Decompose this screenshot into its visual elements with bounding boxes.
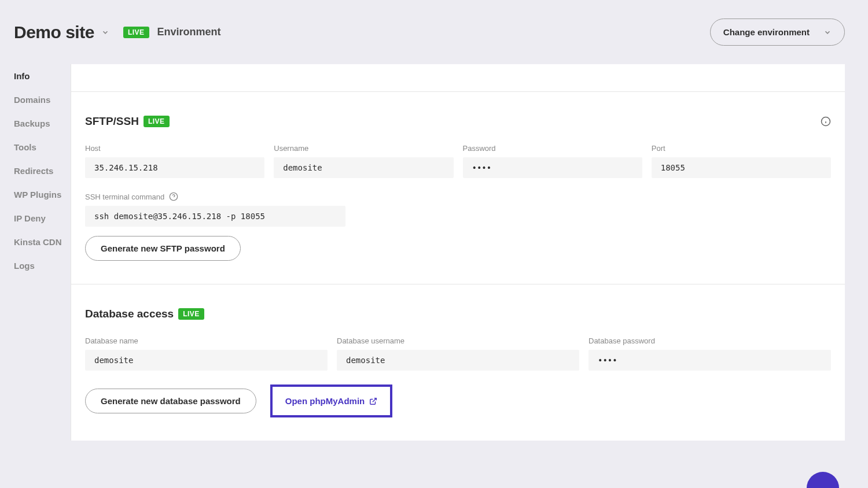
sidebar-item-redirects[interactable]: Redirects <box>14 159 71 183</box>
change-environment-button[interactable]: Change environment <box>710 19 845 46</box>
sidebar-item-label: Domains <box>14 95 50 105</box>
username-field: Username demosite <box>274 144 453 178</box>
ssh-command-label: SSH terminal command <box>85 192 345 201</box>
database-title: Database access <box>85 308 174 320</box>
db-password-field: Database password •••• <box>589 337 831 371</box>
db-username-value[interactable]: demosite <box>337 350 579 371</box>
sidebar-item-tools[interactable]: Tools <box>14 135 71 159</box>
sidebar-item-label: WP Plugins <box>14 190 61 199</box>
live-badge: LIVE <box>178 308 204 320</box>
username-label: Username <box>274 144 453 153</box>
port-label: Port <box>652 144 831 153</box>
port-field: Port 18055 <box>652 144 831 178</box>
password-value[interactable]: •••• <box>463 157 642 178</box>
sidebar-item-label: Backups <box>14 119 50 128</box>
environment-label: Environment <box>157 26 221 38</box>
chevron-down-icon <box>823 28 832 36</box>
sidebar-item-info[interactable]: Info <box>14 64 71 88</box>
header-left-group: Demo site LIVE Environment <box>14 23 221 42</box>
host-label: Host <box>85 144 264 153</box>
sidebar-item-ip-deny[interactable]: IP Deny <box>14 206 71 230</box>
sidebar-item-label: Tools <box>14 142 36 152</box>
open-phpmyadmin-label: Open phpMyAdmin <box>285 396 365 406</box>
generate-db-password-button[interactable]: Generate new database password <box>85 389 256 413</box>
fab-button[interactable] <box>807 472 839 488</box>
live-badge: LIVE <box>123 27 149 38</box>
ssh-command-value[interactable]: ssh demosite@35.246.15.218 -p 18055 <box>85 206 345 227</box>
generate-db-password-label: Generate new database password <box>101 396 241 406</box>
ssh-command-field: SSH terminal command ssh demosite@35.246… <box>85 192 345 227</box>
sidebar-item-label: Kinsta CDN <box>14 237 62 247</box>
sftp-section: SFTP/SSH LIVE Host 35.246.15.218 Usernam… <box>71 92 845 284</box>
sidebar: Info Domains Backups Tools Redirects WP … <box>0 64 71 441</box>
ssh-command-label-text: SSH terminal command <box>85 193 164 201</box>
site-title: Demo site <box>14 23 94 42</box>
db-username-label: Database username <box>337 337 579 345</box>
sftp-button-row: Generate new SFTP password <box>85 236 831 261</box>
info-icon[interactable] <box>821 116 831 127</box>
sftp-field-row: Host 35.246.15.218 Username demosite Pas… <box>85 144 831 178</box>
db-password-value[interactable]: •••• <box>589 350 831 371</box>
open-phpmyadmin-button[interactable]: Open phpMyAdmin <box>270 385 393 417</box>
sidebar-item-wp-plugins[interactable]: WP Plugins <box>14 183 71 206</box>
host-value[interactable]: 35.246.15.218 <box>85 157 264 178</box>
change-environment-label: Change environment <box>723 27 810 37</box>
database-field-row: Database name demosite Database username… <box>85 337 831 371</box>
main-wrapper: Info Domains Backups Tools Redirects WP … <box>0 64 868 441</box>
sftp-title-group: SFTP/SSH LIVE <box>85 115 170 128</box>
db-name-field: Database name demosite <box>85 337 328 371</box>
sidebar-item-backups[interactable]: Backups <box>14 112 71 135</box>
content-area: SFTP/SSH LIVE Host 35.246.15.218 Usernam… <box>71 64 845 441</box>
db-name-label: Database name <box>85 337 328 345</box>
password-label: Password <box>463 144 642 153</box>
database-section: Database access LIVE Database name demos… <box>71 284 845 441</box>
generate-sftp-password-button[interactable]: Generate new SFTP password <box>85 236 241 261</box>
sidebar-item-label: IP Deny <box>14 213 46 223</box>
sftp-section-header: SFTP/SSH LIVE <box>85 115 831 128</box>
top-strip <box>71 64 845 92</box>
db-name-value[interactable]: demosite <box>85 350 328 371</box>
generate-sftp-password-label: Generate new SFTP password <box>101 243 225 253</box>
db-username-field: Database username demosite <box>337 337 579 371</box>
live-badge: LIVE <box>144 116 170 127</box>
help-icon[interactable] <box>169 192 178 201</box>
svg-line-5 <box>373 398 376 401</box>
database-section-header: Database access LIVE <box>85 308 831 320</box>
sidebar-item-domains[interactable]: Domains <box>14 88 71 112</box>
external-link-icon <box>369 397 377 405</box>
db-password-label: Database password <box>589 337 831 345</box>
sftp-title: SFTP/SSH <box>85 115 139 128</box>
username-value[interactable]: demosite <box>274 157 453 178</box>
database-button-row: Generate new database password Open phpM… <box>85 385 831 417</box>
chevron-down-icon[interactable] <box>101 28 109 36</box>
host-field: Host 35.246.15.218 <box>85 144 264 178</box>
sidebar-item-kinsta-cdn[interactable]: Kinsta CDN <box>14 230 71 254</box>
page-header: Demo site LIVE Environment Change enviro… <box>0 0 868 64</box>
database-title-group: Database access LIVE <box>85 308 204 320</box>
port-value[interactable]: 18055 <box>652 157 831 178</box>
password-field: Password •••• <box>463 144 642 178</box>
sidebar-item-logs[interactable]: Logs <box>14 254 71 278</box>
sidebar-item-label: Info <box>14 71 30 81</box>
sidebar-item-label: Redirects <box>14 166 53 176</box>
sidebar-item-label: Logs <box>14 261 35 271</box>
